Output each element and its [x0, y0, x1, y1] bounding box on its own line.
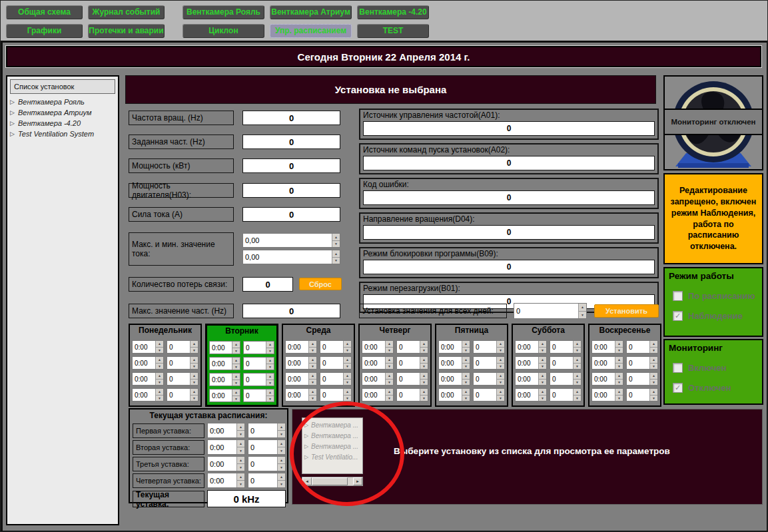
spin-up-icon[interactable]: ▲	[232, 374, 240, 380]
nav-button[interactable]: Упр. расписанием	[270, 24, 352, 38]
spin-down-icon[interactable]: ▼	[386, 348, 393, 354]
spin-up-icon[interactable]: ▲	[309, 389, 316, 396]
spin-up-icon[interactable]: ▲	[574, 341, 581, 348]
spin-up-icon[interactable]: ▲	[332, 234, 340, 241]
slot-value-spinbox[interactable]: 0▲▼	[167, 388, 198, 401]
spin-down-icon[interactable]: ▼	[232, 364, 240, 370]
slot-time-spinbox[interactable]: 0:00▲▼	[362, 388, 394, 401]
spin-up-icon[interactable]: ▲	[237, 440, 244, 447]
spin-up-icon[interactable]: ▲	[266, 390, 274, 396]
slot-time-spinbox[interactable]: 0:00▲▼	[132, 340, 164, 354]
spin-down-icon[interactable]: ▼	[650, 364, 657, 370]
spin-up-icon[interactable]: ▲	[650, 341, 657, 348]
spin-up-icon[interactable]: ▲	[497, 357, 504, 364]
spin-down-icon[interactable]: ▼	[156, 380, 163, 386]
spin-up-icon[interactable]: ▲	[278, 473, 285, 481]
spin-down-icon[interactable]: ▼	[497, 380, 504, 386]
mini-installation-list[interactable]: ▷Венткамера ...▷Венткамера ...▷Венткамер…	[302, 417, 363, 474]
slot-time-spinbox[interactable]: 0:00▲▼	[285, 340, 317, 354]
slot-time-spinbox[interactable]: 0:00▲▼	[438, 372, 470, 386]
slot-value-spinbox[interactable]: 0▲▼	[396, 356, 428, 370]
horizontal-scrollbar[interactable]: ◄ ►	[302, 477, 363, 486]
spin-up-icon[interactable]: ▲	[232, 358, 240, 364]
spin-down-icon[interactable]: ▼	[574, 364, 581, 370]
spin-down-icon[interactable]: ▼	[191, 348, 198, 354]
slot-time-spinbox[interactable]: 0:00▲▼	[209, 357, 240, 370]
spin-up-icon[interactable]: ▲	[344, 373, 351, 380]
spin-down-icon[interactable]: ▼	[344, 380, 351, 386]
spin-up-icon[interactable]: ▲	[156, 389, 163, 396]
spin-up-icon[interactable]: ▲	[420, 357, 428, 364]
expand-arrow-icon[interactable]: ▷	[10, 99, 18, 105]
spin-down-icon[interactable]: ▼	[574, 396, 581, 401]
spin-up-icon[interactable]: ▲	[332, 250, 340, 258]
spin-down-icon[interactable]: ▼	[266, 380, 274, 386]
spin-up-icon[interactable]: ▲	[156, 341, 163, 348]
slot-time-spinbox[interactable]: 0:00▲▼	[209, 373, 240, 386]
expand-arrow-icon[interactable]: ▷	[10, 131, 18, 137]
spin-down-icon[interactable]: ▼	[278, 481, 285, 487]
spin-up-icon[interactable]: ▲	[266, 358, 274, 364]
slot-time-spinbox[interactable]: 0:00▲▼	[132, 356, 164, 370]
max-current-spinbox[interactable]: 0,00▲▼	[242, 233, 340, 248]
spin-up-icon[interactable]: ▲	[266, 374, 274, 380]
spin-down-icon[interactable]: ▼	[497, 348, 504, 354]
setpoint-time-spinbox[interactable]: 0:00▲▼	[207, 456, 245, 471]
mini-list-item[interactable]: ▷Венткамера ...	[302, 430, 362, 441]
slot-time-spinbox[interactable]: 0:00▲▼	[362, 340, 394, 354]
spin-down-icon[interactable]: ▼	[237, 481, 244, 487]
spin-down-icon[interactable]: ▼	[344, 364, 351, 370]
nav-button[interactable]: Графики	[6, 24, 83, 38]
spin-up-icon[interactable]: ▲	[462, 341, 470, 348]
slot-time-spinbox[interactable]: 0:00▲▼	[591, 388, 623, 401]
spin-down-icon[interactable]: ▼	[278, 431, 285, 437]
slot-value-spinbox[interactable]: 0▲▼	[550, 388, 581, 401]
nav-button[interactable]: TEST	[357, 24, 429, 38]
nav-button[interactable]: Журнал событий	[88, 5, 165, 19]
slot-time-spinbox[interactable]: 0:00▲▼	[209, 341, 240, 354]
slot-time-spinbox[interactable]: 0:00▲▼	[362, 372, 394, 386]
scrollbar-thumb[interactable]	[312, 477, 348, 485]
spin-up-icon[interactable]: ▲	[309, 341, 316, 348]
spin-down-icon[interactable]: ▼	[309, 348, 316, 354]
spin-up-icon[interactable]: ▲	[344, 341, 351, 348]
slot-time-spinbox[interactable]: 0:00▲▼	[438, 356, 470, 370]
setpoint-value-spinbox[interactable]: 0▲▼	[248, 423, 286, 438]
spin-down-icon[interactable]: ▼	[462, 348, 470, 354]
nav-button[interactable]: Венткамера -4.20	[357, 5, 429, 19]
min-current-spinbox[interactable]: 0,00▲▼	[242, 250, 340, 264]
spin-down-icon[interactable]: ▼	[232, 396, 240, 402]
spin-down-icon[interactable]: ▼	[386, 380, 393, 386]
slot-time-spinbox[interactable]: 0:00▲▼	[591, 372, 623, 386]
scroll-right-icon[interactable]: ►	[353, 477, 362, 485]
spin-down-icon[interactable]: ▼	[386, 396, 393, 401]
spin-down-icon[interactable]: ▼	[309, 396, 316, 401]
checkbox[interactable]	[673, 291, 683, 301]
spin-up-icon[interactable]: ▲	[615, 357, 623, 364]
spin-up-icon[interactable]: ▲	[191, 373, 198, 380]
slot-value-spinbox[interactable]: 0▲▼	[320, 372, 352, 386]
slot-value-spinbox[interactable]: 0▲▼	[243, 373, 274, 386]
spin-up-icon[interactable]: ▲	[237, 457, 244, 464]
spin-down-icon[interactable]: ▼	[266, 364, 274, 370]
slot-value-spinbox[interactable]: 0▲▼	[550, 340, 581, 354]
spin-up-icon[interactable]: ▲	[497, 373, 504, 380]
spin-up-icon[interactable]: ▲	[344, 389, 351, 396]
nav-button[interactable]: Общая схема	[6, 5, 83, 19]
spin-down-icon[interactable]: ▼	[191, 380, 198, 386]
slot-time-spinbox[interactable]: 0:00▲▼	[132, 372, 164, 386]
spin-up-icon[interactable]: ▲	[278, 457, 285, 464]
spin-down-icon[interactable]: ▼	[156, 364, 163, 370]
spin-up-icon[interactable]: ▲	[386, 357, 393, 364]
slot-value-spinbox[interactable]: 0▲▼	[320, 356, 352, 370]
checkbox[interactable]: ✓	[673, 311, 683, 321]
setpoint-time-spinbox[interactable]: 0:00▲▼	[207, 439, 245, 455]
spin-up-icon[interactable]: ▲	[156, 373, 163, 380]
spin-down-icon[interactable]: ▼	[650, 396, 657, 401]
nav-button[interactable]: Венткамера Рояль	[183, 5, 264, 19]
spin-down-icon[interactable]: ▼	[278, 447, 285, 454]
spin-down-icon[interactable]: ▼	[344, 348, 351, 354]
slot-value-spinbox[interactable]: 0▲▼	[243, 389, 274, 402]
setpoint-time-spinbox[interactable]: 0:00▲▼	[207, 423, 245, 438]
spin-down-icon[interactable]: ▼	[232, 380, 240, 386]
